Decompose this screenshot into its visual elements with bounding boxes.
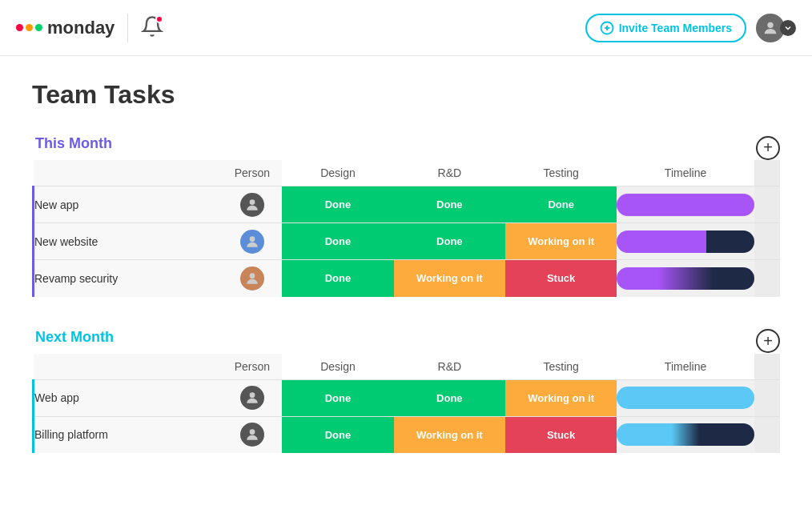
invite-button[interactable]: Invite Team Members [585, 14, 746, 42]
task-name: New app [34, 186, 223, 223]
extra-col [754, 260, 780, 297]
task-name: Web app [34, 379, 223, 416]
task-name: Revamp security [34, 260, 223, 297]
rd-status: Working on it [394, 260, 505, 297]
extra-col [754, 379, 780, 416]
col-header-testing: Testing [505, 160, 617, 186]
timeline-cell [617, 186, 754, 223]
avatar [240, 193, 264, 217]
timeline-bar [617, 387, 754, 409]
rd-status: Done [394, 186, 505, 223]
testing-status: Stuck [505, 260, 617, 297]
header-left: monday [16, 14, 163, 42]
rd-status: Done [394, 223, 505, 260]
logo-dots [16, 24, 42, 31]
avatar [240, 423, 264, 447]
this-month-add-button[interactable]: + [756, 136, 780, 160]
col-header-person: Person [222, 160, 282, 186]
avatar [240, 267, 264, 291]
col-header-extra [754, 354, 780, 380]
next-month-section: Next Month + Person Design R&D Testing T… [32, 329, 780, 454]
timeline-cell [617, 379, 754, 416]
this-month-section: This Month + Person Design R&D Testing T… [32, 135, 780, 297]
col-header-timeline: Timeline [617, 160, 754, 186]
table-row: Web app Done Done Working on it [34, 379, 781, 416]
timeline-cell [617, 223, 754, 260]
col-header-extra [754, 160, 780, 186]
timeline-cell [617, 260, 754, 297]
invite-label: Invite Team Members [619, 22, 732, 34]
table-row: New app Done Done Done [34, 186, 781, 223]
col-header-task [34, 160, 223, 186]
extra-col [754, 186, 780, 223]
task-name: New website [34, 223, 223, 260]
logo-dot-orange [26, 24, 33, 31]
logo-text: monday [47, 18, 115, 38]
rd-status: Working on it [394, 416, 505, 453]
testing-status: Done [505, 186, 617, 223]
this-month-table: Person Design R&D Testing Timeline New a… [32, 160, 780, 297]
design-status: Done [282, 186, 393, 223]
page-title: Team Tasks [32, 80, 780, 110]
extra-col [754, 416, 780, 453]
this-month-title: This Month [32, 135, 112, 152]
person-cell [222, 260, 282, 297]
this-month-header: This Month + [32, 135, 780, 160]
design-status: Done [282, 379, 393, 416]
design-status: Done [282, 416, 393, 453]
col-header-person: Person [222, 354, 282, 380]
svg-point-8 [249, 430, 255, 435]
main-content: Team Tasks This Month + Person Design R&… [0, 56, 812, 505]
avatar [240, 386, 264, 410]
svg-point-3 [767, 22, 773, 27]
rd-status: Done [394, 379, 505, 416]
svg-point-7 [249, 392, 255, 398]
next-month-table: Person Design R&D Testing Timeline Web a… [32, 354, 780, 454]
plus-circle-icon [600, 21, 614, 35]
timeline-bar [617, 423, 754, 446]
svg-point-4 [249, 199, 255, 205]
testing-status: Stuck [505, 416, 617, 453]
col-header-rd: R&D [394, 160, 505, 186]
svg-point-5 [249, 236, 255, 242]
person-cell [222, 416, 282, 453]
logo: monday [16, 18, 115, 38]
notification-bell[interactable] [141, 15, 163, 40]
logo-dot-green [35, 24, 42, 31]
header-right: Invite Team Members [585, 14, 796, 42]
timeline-bar [617, 230, 754, 253]
timeline-bar [617, 267, 754, 290]
testing-status: Working on it [505, 379, 617, 416]
next-month-header: Next Month + [32, 329, 780, 354]
chevron-down-icon [783, 23, 793, 33]
user-menu-button[interactable] [780, 20, 796, 36]
person-cell [222, 223, 282, 260]
person-cell [222, 186, 282, 223]
next-month-add-button[interactable]: + [756, 329, 780, 353]
col-header-timeline: Timeline [617, 354, 754, 380]
next-month-title: Next Month [32, 329, 114, 346]
task-name: Billing platform [34, 416, 223, 453]
table-row: Revamp security Done Working on it Stuck [34, 260, 781, 297]
testing-status: Working on it [505, 223, 617, 260]
timeline-cell [617, 416, 754, 453]
col-header-task [34, 354, 223, 380]
col-header-design: Design [282, 354, 393, 380]
logo-divider [127, 14, 128, 42]
design-status: Done [282, 223, 393, 260]
person-cell [222, 379, 282, 416]
design-status: Done [282, 260, 393, 297]
avatar-group [756, 14, 796, 42]
table-row: New website Done Done Working on it [34, 223, 781, 260]
avatar [240, 230, 264, 254]
header: monday Invite Team Members [0, 0, 812, 56]
col-header-design: Design [282, 160, 393, 186]
svg-point-6 [249, 273, 255, 279]
table-row: Billing platform Done Working on it Stuc… [34, 416, 781, 453]
timeline-bar [617, 194, 754, 216]
logo-dot-red [16, 24, 23, 31]
col-header-testing: Testing [505, 354, 617, 380]
col-header-rd: R&D [394, 354, 505, 380]
extra-col [754, 223, 780, 260]
